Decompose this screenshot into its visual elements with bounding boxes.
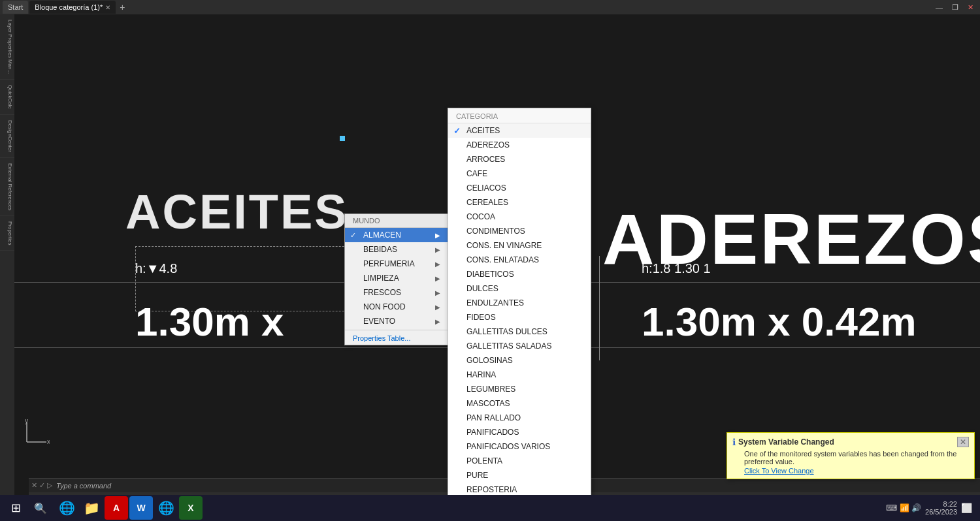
minimize-button[interactable]: — — [932, 3, 947, 12]
dropdown-item-pan-rallado[interactable]: PAN RALLADO — [448, 411, 591, 425]
dropdown-item-cocoa[interactable]: COCOA — [448, 210, 591, 224]
command-input[interactable]: Type a command — [56, 482, 111, 490]
cad-canvas[interactable]: ACEITES ADEREZOS h:▼4.8 h:1.8 1.30 1 1.3… — [14, 14, 980, 507]
properties-panel[interactable]: Properties — [0, 216, 14, 251]
new-tab-button[interactable]: + — [117, 2, 127, 12]
start-button[interactable]: ⊞ — [3, 496, 29, 520]
dropdown-item-mascotas[interactable]: MASCOTAS — [448, 396, 591, 411]
dropdown-item-legumbres[interactable]: LEGUMBRES — [448, 382, 591, 396]
measure-left-label: 1.30m x — [135, 299, 284, 344]
ucs-icon: x y — [24, 419, 50, 448]
dropdown-item-arroces[interactable]: ARROCES — [448, 152, 591, 166]
dropdown-polenta-label: POLENTA — [466, 456, 502, 466]
cmd-arrow-icon[interactable]: ▷ — [47, 481, 52, 490]
dropdown-item-celiacos[interactable]: CELIACOS — [448, 181, 591, 195]
quickcalc-panel[interactable]: QuickCalc — [0, 80, 14, 114]
system-notification: ℹ System Variable Changed ✕ One of the m… — [727, 432, 975, 479]
tab-start-label: Start — [8, 3, 23, 11]
dropdown-item-polenta[interactable]: POLENTA — [448, 454, 591, 468]
dropdown-item-fideos[interactable]: FIDEOS — [448, 310, 591, 324]
tab-bloque[interactable]: Bloque categoría (1)* ✕ — [29, 1, 116, 14]
selection-point — [340, 136, 345, 141]
menu-item-nonfood[interactable]: NON FOOD ▶ — [345, 300, 448, 314]
dropdown-diabeticos-label: DIABETICOS — [466, 270, 514, 279]
dropdown-cons-vinagre-label: CONS. EN VINAGRE — [466, 241, 542, 250]
notification-close-button[interactable]: ✕ — [957, 437, 969, 447]
taskbar-app-autocad[interactable]: A — [105, 496, 128, 520]
tab-bloque-close[interactable]: ✕ — [105, 4, 110, 11]
taskbar-tray-icons: ⌨ 📶 🔊 — [886, 503, 921, 513]
menu-item-perfumeria[interactable]: PERFUMERIA ▶ — [345, 257, 448, 271]
dropdown-panificados-varios-label: PANIFICADOS VARIOS — [466, 442, 550, 451]
dropdown-item-pure[interactable]: PURE — [448, 468, 591, 482]
dropdown-aceites-label: ACEITES — [466, 126, 500, 135]
dropdown-item-panificados[interactable]: PANIFICADOS — [448, 425, 591, 439]
dropdown-item-condimentos[interactable]: CONDIMENTOS — [448, 224, 591, 238]
cmd-check-icon[interactable]: ✓ — [39, 481, 45, 490]
close-button[interactable]: ✕ — [964, 3, 977, 12]
taskbar-app-excel[interactable]: X — [179, 496, 203, 520]
menu-item-limpieza[interactable]: LIMPIEZA ▶ — [345, 271, 448, 285]
svg-text:y: y — [25, 419, 28, 424]
dropdown-cafe-label: CAFE — [466, 169, 487, 178]
search-button[interactable]: 🔍 — [29, 496, 52, 520]
dropdown-item-cafe[interactable]: CAFE — [448, 166, 591, 181]
taskbar-app-browser2[interactable]: 🌐 — [154, 496, 178, 520]
dropdown-panificados-label: PANIFICADOS — [466, 428, 519, 437]
dropdown-golosinas-label: GOLOSINAS — [466, 356, 513, 365]
dropdown-cereales-label: CEREALES — [466, 198, 508, 207]
menu-item-frescos-label: FRESCOS — [363, 288, 401, 297]
menu-item-nonfood-label: NON FOOD — [363, 302, 406, 311]
taskbar-app-word[interactable]: W — [129, 496, 153, 520]
notification-title: System Variable Changed — [738, 437, 834, 447]
dropdown-item-diabeticos[interactable]: DIABETICOS — [448, 267, 591, 281]
menu-item-almacen[interactable]: ✓ ALMACEN ▶ — [345, 228, 448, 242]
dropdown-item-cons-enlatadas[interactable]: CONS. ENLATADAS — [448, 253, 591, 267]
notification-link[interactable]: Click To View Change — [744, 467, 969, 475]
menu-item-evento[interactable]: EVENTO ▶ — [345, 314, 448, 328]
dropdown-item-endulzantes[interactable]: ENDULZANTES — [448, 296, 591, 310]
dropdown-cocoa-label: COCOA — [466, 212, 495, 221]
dim-left: h:▼4.8 — [135, 261, 177, 276]
taskbar-app-edge[interactable]: 🌐 — [55, 496, 78, 520]
context-menu-separator — [345, 330, 448, 330]
dropdown-galletitas-dulces-label: GALLETITAS DULCES — [466, 327, 547, 336]
menu-item-evento-label: EVENTO — [363, 317, 395, 326]
properties-table-link[interactable]: Properties Table... — [345, 332, 448, 345]
dropdown-item-galletitas-dulces[interactable]: GALLETITAS DULCES — [448, 324, 591, 339]
taskbar-apps: 🌐 📁 A W 🌐 X — [55, 496, 203, 520]
cad-text-aceites: ACEITES — [125, 184, 349, 240]
dim-left-label: h:▼4.8 — [135, 261, 177, 276]
notification-header: ℹ System Variable Changed ✕ — [732, 437, 969, 447]
dropdown-item-harina[interactable]: HARINA — [448, 368, 591, 382]
title-bar-controls: — ❐ ✕ — [932, 3, 977, 12]
taskbar-notification-icon[interactable]: ⬜ — [961, 503, 972, 513]
dropdown-item-cereales[interactable]: CEREALES — [448, 195, 591, 210]
dropdown-item-cons-vinagre[interactable]: CONS. EN VINAGRE — [448, 238, 591, 253]
dropdown-mascotas-label: MASCOTAS — [466, 399, 510, 408]
dropdown-item-galletitas-saladas[interactable]: GALLETITAS SALADAS — [448, 339, 591, 353]
designcenter-panel[interactable]: DesignCenter — [0, 115, 14, 158]
dropdown-item-dulces[interactable]: DULCES — [448, 281, 591, 296]
menu-item-bebidas[interactable]: BEBIDAS ▶ — [345, 242, 448, 257]
maximize-button[interactable]: ❐ — [948, 3, 962, 12]
tab-start[interactable]: Start — [3, 1, 28, 14]
dropdown-header: CATEGORIA — [448, 108, 591, 123]
menu-item-bebidas-arrow: ▶ — [435, 246, 440, 253]
categoria-dropdown: CATEGORIA ✓ ACEITES ADEREZOS ARROCES CAF… — [448, 108, 591, 507]
taskbar-app-explorer[interactable]: 📁 — [80, 496, 103, 520]
layer-properties-panel[interactable]: Layer Properties Man... — [0, 14, 14, 80]
dim-right: h:1.8 1.30 1 — [642, 261, 711, 276]
taskbar-right: ⌨ 📶 🔊 8:2226/5/2023 ⬜ — [886, 500, 977, 516]
cmd-x-icon[interactable]: ✕ — [31, 481, 37, 490]
dropdown-item-golosinas[interactable]: GOLOSINAS — [448, 353, 591, 368]
dropdown-item-aderezos[interactable]: ADEREZOS — [448, 138, 591, 152]
title-bar-tabs: Start Bloque categoría (1)* ✕ + — [3, 1, 932, 14]
external-refs-panel[interactable]: External References — [0, 158, 14, 216]
dropdown-item-panificados-varios[interactable]: PANIFICADOS VARIOS — [448, 439, 591, 454]
dropdown-item-aceites[interactable]: ✓ ACEITES — [448, 123, 591, 138]
menu-item-frescos[interactable]: FRESCOS ▶ — [345, 285, 448, 300]
menu-item-almacen-label: ALMACEN — [363, 230, 401, 240]
dropdown-legumbres-label: LEGUMBRES — [466, 385, 515, 394]
left-panel: Layer Properties Man... QuickCalc Design… — [0, 14, 14, 521]
